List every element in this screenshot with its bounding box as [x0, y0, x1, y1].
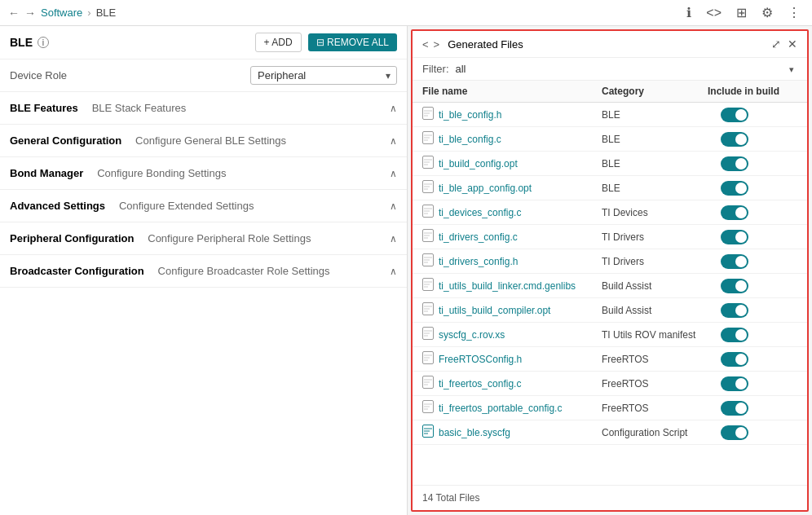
file-name-7[interactable]: ti_utils_build_linker.cmd.genlibs — [439, 280, 576, 292]
include-cell-11[interactable] — [708, 376, 797, 391]
device-role-select[interactable]: Peripheral — [250, 66, 397, 85]
file-icon-9 — [422, 327, 434, 342]
grid-icon[interactable]: ⊞ — [733, 3, 750, 22]
close-panel-button[interactable]: ✕ — [788, 37, 797, 51]
toggle-13[interactable] — [721, 425, 748, 440]
table-row: ti_drivers_config.h TI Drivers — [413, 249, 807, 274]
table-row: ti_devices_config.c TI Devices — [413, 200, 807, 225]
include-cell-6[interactable] — [708, 254, 797, 269]
file-name-13[interactable]: basic_ble.syscfg — [439, 427, 510, 438]
expand-panel-button[interactable]: ⤢ — [771, 37, 781, 51]
file-name-12[interactable]: ti_freertos_portable_config.c — [439, 403, 562, 414]
file-name-1[interactable]: ti_ble_config.c — [439, 134, 501, 145]
left-header: BLE i + ADD ⊟ REMOVE ALL — [0, 26, 407, 59]
file-name-8[interactable]: ti_utils_build_compiler.opt — [439, 305, 550, 316]
file-name-cell-5[interactable]: ti_drivers_config.c — [422, 229, 602, 244]
file-name-cell-11[interactable]: ti_freertos_config.c — [422, 376, 602, 391]
include-cell-13[interactable] — [708, 425, 797, 440]
file-name-2[interactable]: ti_build_config.opt — [439, 158, 518, 169]
chevron-left-icon: < — [422, 38, 429, 51]
category-cell-3: BLE — [602, 183, 708, 194]
file-name-cell-9[interactable]: syscfg_c.rov.xs — [422, 327, 602, 342]
add-button[interactable]: + ADD — [255, 33, 302, 52]
nav-forward-button[interactable]: → — [24, 7, 36, 20]
include-cell-5[interactable] — [708, 230, 797, 244]
file-name-cell-2[interactable]: ti_build_config.opt — [422, 156, 602, 171]
file-name-cell-10[interactable]: FreeRTOSConfig.h — [422, 351, 602, 367]
toggle-3[interactable] — [721, 181, 748, 196]
file-name-6[interactable]: ti_drivers_config.h — [439, 256, 518, 267]
file-name-cell-7[interactable]: ti_utils_build_linker.cmd.genlibs — [422, 278, 602, 293]
file-name-0[interactable]: ti_ble_config.h — [439, 109, 501, 121]
toggle-9[interactable] — [721, 328, 748, 342]
section-main-title-4: Peripheral Configuration — [10, 232, 134, 244]
category-cell-9: TI Utils ROV manifest — [602, 329, 708, 341]
section-main-title-0: BLE Features — [10, 102, 78, 114]
file-name-cell-6[interactable]: ti_drivers_config.h — [422, 253, 602, 269]
file-name-cell-3[interactable]: ti_ble_app_config.opt — [422, 180, 602, 196]
file-name-3[interactable]: ti_ble_app_config.opt — [439, 183, 532, 194]
category-cell-1: BLE — [602, 134, 708, 145]
right-panel: < > Generated Files ⤢ ✕ Filter: all File… — [411, 29, 809, 512]
include-cell-4[interactable] — [708, 205, 797, 220]
include-cell-2[interactable] — [708, 156, 797, 171]
remove-all-button[interactable]: ⊟ REMOVE ALL — [308, 33, 397, 51]
section-title-0: BLE Features BLE Stack Features — [10, 102, 186, 114]
filter-select[interactable]: all — [456, 63, 798, 75]
file-name-cell-1[interactable]: ti_ble_config.c — [422, 131, 602, 147]
section-item-5: Broadcaster Configuration Configure Broa… — [0, 255, 407, 288]
file-icon-13 — [422, 425, 434, 440]
section-subtitle-3: Configure Extended Settings — [113, 200, 254, 212]
file-name-cell-0[interactable]: ti_ble_config.h — [422, 107, 602, 122]
section-header-3[interactable]: Advanced Settings Configure Extended Set… — [0, 190, 407, 222]
breadcrumb-software[interactable]: Software — [41, 7, 82, 19]
section-subtitle-4: Configure Peripheral Role Settings — [142, 232, 311, 244]
info-icon[interactable]: ℹ — [683, 3, 695, 22]
toggle-12[interactable] — [721, 401, 748, 416]
settings-icon[interactable]: ⚙ — [758, 3, 776, 22]
toggle-1[interactable] — [721, 132, 748, 147]
more-options-icon[interactable]: ⋮ — [784, 3, 804, 22]
toggle-4[interactable] — [721, 205, 748, 220]
section-header-2[interactable]: Bond Manager Configure Bonding Settings … — [0, 157, 407, 189]
include-cell-7[interactable] — [708, 279, 797, 293]
include-cell-9[interactable] — [708, 328, 797, 342]
file-icon-7 — [422, 278, 434, 293]
include-cell-1[interactable] — [708, 132, 797, 147]
file-name-5[interactable]: ti_drivers_config.c — [439, 231, 518, 243]
ble-info-icon[interactable]: i — [38, 37, 49, 48]
section-header-1[interactable]: General Configuration Configure General … — [0, 125, 407, 156]
category-cell-12: FreeRTOS — [602, 403, 708, 414]
file-name-11[interactable]: ti_freertos_config.c — [439, 378, 521, 390]
section-header-4[interactable]: Peripheral Configuration Configure Perip… — [0, 222, 407, 254]
file-name-cell-12[interactable]: ti_freertos_portable_config.c — [422, 400, 602, 416]
file-name-cell-4[interactable]: ti_devices_config.c — [422, 205, 602, 220]
table-row: syscfg_c.rov.xs TI Utils ROV manifest — [413, 323, 807, 347]
nav-back-button[interactable]: ← — [8, 7, 20, 20]
section-header-0[interactable]: BLE Features BLE Stack Features ∧ — [0, 92, 407, 124]
panel-actions: ⤢ ✕ — [771, 37, 797, 51]
include-cell-0[interactable] — [708, 108, 797, 122]
toggle-11[interactable] — [721, 376, 748, 391]
file-name-10[interactable]: FreeRTOSConfig.h — [439, 354, 522, 365]
section-title-1: General Configuration Configure General … — [10, 134, 286, 147]
toggle-10[interactable] — [721, 352, 748, 367]
include-cell-8[interactable] — [708, 303, 797, 318]
code-icon[interactable]: <> — [703, 4, 725, 22]
toggle-2[interactable] — [721, 156, 748, 171]
include-cell-10[interactable] — [708, 352, 797, 367]
toggle-5[interactable] — [721, 230, 748, 244]
file-name-cell-13[interactable]: basic_ble.syscfg — [422, 425, 602, 440]
file-name-4[interactable]: ti_devices_config.c — [439, 207, 521, 218]
files-rows: ti_ble_config.h BLE ti_ble_config.c BLE — [413, 103, 807, 445]
file-icon-4 — [422, 205, 434, 220]
toggle-0[interactable] — [721, 108, 748, 122]
toggle-6[interactable] — [721, 254, 748, 269]
section-header-5[interactable]: Broadcaster Configuration Configure Broa… — [0, 255, 407, 287]
toggle-8[interactable] — [721, 303, 748, 318]
file-name-cell-8[interactable]: ti_utils_build_compiler.opt — [422, 302, 602, 318]
toggle-7[interactable] — [721, 279, 748, 293]
include-cell-12[interactable] — [708, 401, 797, 416]
file-name-9[interactable]: syscfg_c.rov.xs — [439, 329, 505, 341]
include-cell-3[interactable] — [708, 181, 797, 196]
